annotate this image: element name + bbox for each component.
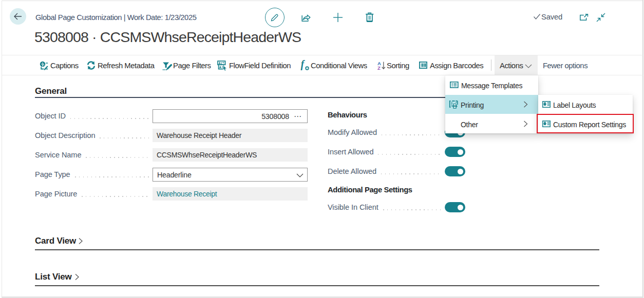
svg-text:Z: Z: [377, 65, 381, 70]
svg-text:f: f: [301, 60, 306, 70]
